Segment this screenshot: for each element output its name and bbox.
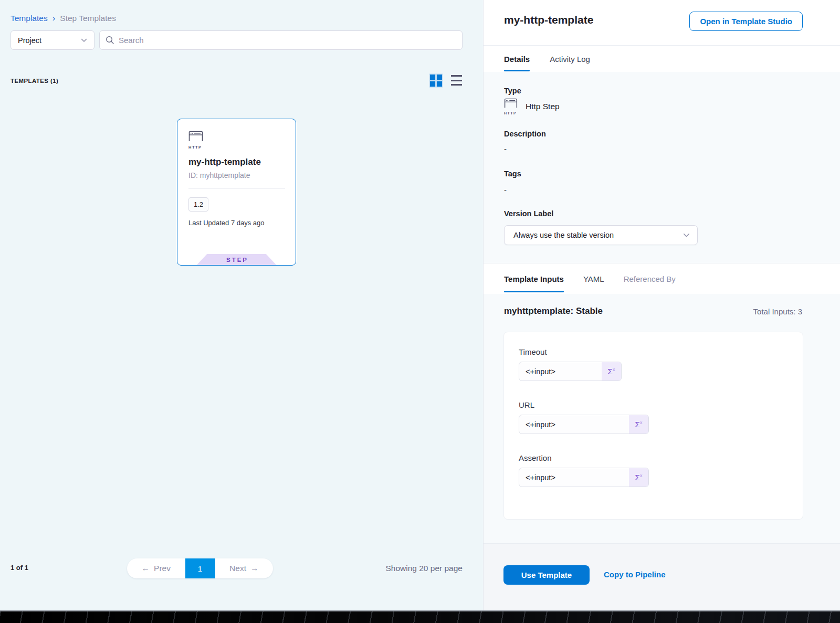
description-value: - [504, 144, 507, 153]
details-header: my-http-template Open in Template Studio [484, 0, 840, 45]
tab-details[interactable]: Details [504, 46, 530, 72]
type-label: Type [504, 87, 521, 95]
tab-template-inputs-label: Template Inputs [504, 274, 564, 283]
open-template-studio-button[interactable]: Open in Template Studio [689, 12, 803, 31]
search-input[interactable] [119, 36, 456, 45]
type-value-row: HTTP Http Step [504, 98, 560, 115]
sigma-sup-glyph: x [613, 367, 615, 372]
details-tab-bar: Details Activity Log [484, 45, 840, 72]
expression-icon[interactable]: Σx [629, 468, 648, 487]
breadcrumb-chevron-icon: › [52, 14, 56, 23]
description-label: Description [504, 130, 546, 138]
breadcrumb-current: Step Templates [60, 14, 116, 23]
arrow-right-icon: → [250, 564, 259, 573]
details-title: my-http-template [504, 14, 593, 26]
list-view-icon[interactable] [451, 75, 462, 87]
next-label: Next [229, 564, 246, 573]
pagination: ← Prev 1 Next → [127, 558, 273, 578]
current-page-button[interactable]: 1 [185, 558, 215, 578]
template-card-id: ID: myhttptemplate [188, 171, 285, 179]
http-step-icon: HTTP [504, 98, 520, 115]
templates-page: Templates › Step Templates Project TEMPL… [0, 0, 840, 610]
prev-page-button[interactable]: ← Prev [127, 558, 185, 578]
url-label: URL [519, 400, 534, 409]
sigma-glyph: Σ [608, 367, 613, 376]
card-divider [188, 188, 285, 189]
desktop-wallpaper-strip [0, 610, 840, 623]
total-inputs-label: Total Inputs: 3 [753, 307, 802, 316]
template-details-panel: my-http-template Open in Template Studio… [483, 0, 840, 610]
url-input: <+input> Σx [519, 415, 649, 434]
scope-select-value: Project [18, 36, 41, 45]
tab-activity-log-label: Activity Log [550, 55, 590, 64]
scope-select[interactable]: Project [10, 30, 94, 50]
active-tab-underline [504, 291, 564, 292]
timeout-input-value[interactable]: <+input> [519, 367, 602, 376]
tab-activity-log[interactable]: Activity Log [550, 46, 590, 72]
tab-referenced-by[interactable]: Referenced By [624, 263, 676, 294]
templates-list-panel: Templates › Step Templates Project TEMPL… [0, 0, 483, 610]
inputs-card: Timeout <+input> Σx URL <+input> Σx Asse… [503, 332, 803, 520]
breadcrumb-templates-link[interactable]: Templates [10, 14, 48, 23]
timeout-input: <+input> Σx [519, 362, 622, 381]
http-step-icon: HTTP [188, 131, 204, 150]
template-inputs-section: myhttptemplate: Stable Total Inputs: 3 T… [484, 294, 840, 543]
tags-value: - [504, 185, 507, 194]
templates-count-label: TEMPLATES (1) [10, 78, 58, 84]
url-input-value[interactable]: <+input> [519, 420, 629, 429]
copy-to-pipeline-link[interactable]: Copy to Pipeline [604, 570, 666, 579]
version-badge: 1.2 [188, 197, 208, 212]
version-label: Version Label [504, 209, 553, 218]
app-window: Templates › Step Templates Project TEMPL… [0, 0, 840, 623]
details-footer: Use Template Copy to Pipeline [484, 543, 840, 610]
view-toggles [430, 75, 462, 87]
arrow-left-icon: ← [142, 564, 150, 573]
tab-details-label: Details [504, 55, 530, 64]
per-page-label: Showing 20 per page [385, 564, 463, 573]
tags-label: Tags [504, 170, 521, 178]
sigma-sup-glyph: x [640, 420, 643, 425]
assertion-input: <+input> Σx [519, 468, 649, 487]
step-type-ribbon: STEP [197, 254, 277, 265]
sigma-glyph: Σ [635, 420, 640, 429]
chevron-down-icon [683, 233, 690, 238]
tab-yaml[interactable]: YAML [583, 263, 604, 294]
sigma-glyph: Σ [635, 473, 640, 482]
inputs-heading: myhttptemplate: Stable [504, 306, 603, 316]
http-icon-label: HTTP [188, 145, 204, 150]
timeout-label: Timeout [519, 347, 547, 356]
search-box [99, 30, 463, 50]
inputs-tab-bar: Template Inputs YAML Referenced By [484, 263, 840, 294]
page-summary: 1 of 1 [10, 564, 28, 572]
search-icon [106, 36, 114, 45]
version-select[interactable]: Always use the stable version [504, 225, 698, 245]
version-select-value: Always use the stable version [513, 231, 614, 239]
http-icon-label: HTTP [504, 111, 520, 115]
chevron-down-icon [81, 38, 87, 43]
prev-label: Prev [154, 564, 171, 573]
tab-yaml-label: YAML [583, 274, 604, 283]
active-tab-underline [504, 70, 530, 71]
last-updated-text: Last Updated 7 days ago [188, 219, 285, 227]
breadcrumb: Templates › Step Templates [10, 14, 116, 23]
tab-template-inputs[interactable]: Template Inputs [504, 263, 564, 294]
assertion-label: Assertion [519, 453, 552, 462]
next-page-button[interactable]: Next → [215, 558, 274, 578]
template-card-title: my-http-template [188, 157, 285, 167]
expression-icon[interactable]: Σx [602, 362, 621, 381]
template-card[interactable]: HTTP my-http-template ID: myhttptemplate… [177, 119, 296, 266]
assertion-input-value[interactable]: <+input> [519, 473, 629, 482]
sigma-sup-glyph: x [640, 473, 643, 478]
type-value: Http Step [526, 102, 560, 111]
tab-referenced-by-label: Referenced By [624, 274, 676, 283]
details-section: Type HTTP Http Step Description - Tags -… [484, 72, 840, 263]
grid-view-icon[interactable] [430, 75, 443, 87]
use-template-button[interactable]: Use Template [503, 565, 590, 585]
expression-icon[interactable]: Σx [629, 415, 648, 434]
